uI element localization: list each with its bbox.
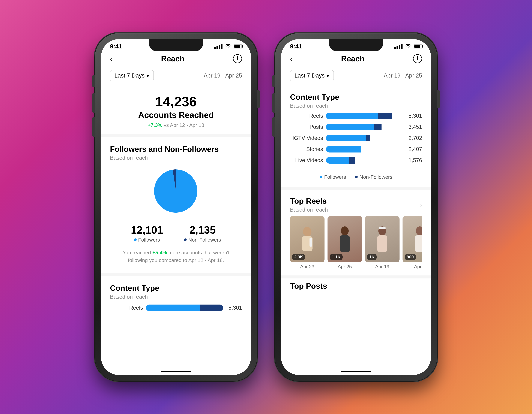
followers-section-title: Followers and Non-Followers: [110, 145, 242, 154]
phone2-screen: 9:41 ‹ Reach i: [281, 39, 431, 375]
bar-label-stories: Stories: [290, 146, 323, 152]
content-type-title-2: Content Type: [290, 92, 422, 101]
bar-nonfollowers-reels-2: [378, 113, 392, 119]
bar-value-live: 1,576: [408, 157, 422, 164]
bar-value-reels-2: 5,301: [408, 113, 422, 119]
reach-note-positive: +5.4%: [152, 250, 167, 255]
bar-followers-reels: [146, 304, 200, 311]
top-posts-label: Top Posts: [281, 278, 431, 292]
reel-badge-2: 1K: [367, 254, 377, 260]
change-suffix: vs Apr 12 - Apr 18: [164, 122, 204, 128]
bar-nonfollowers-posts: [374, 124, 381, 130]
pie-chart-container: [110, 161, 242, 221]
back-button[interactable]: ‹: [110, 54, 113, 63]
bar-row-reels-2: Reels 5,301: [290, 113, 422, 119]
mute-button: [92, 75, 95, 87]
volume-down-button-2: [272, 117, 275, 137]
date-range-2: Apr 19 - Apr 25: [384, 73, 422, 79]
reel-thumbnail-person-2: [372, 223, 392, 256]
reel-date-2: Apr 19: [365, 264, 399, 269]
reel-item-1: 1.1K Apr 25: [328, 216, 362, 269]
reel-badge-3: 900: [405, 254, 416, 260]
bar-row-igtv: IGTV Videos 2,702: [290, 135, 422, 141]
svg-rect-4: [340, 235, 350, 252]
svg-rect-9: [415, 235, 422, 252]
wifi-icon: [225, 44, 231, 49]
content-type-subtitle: Based on reach: [110, 294, 242, 300]
reel-date-3: Apr 2: [402, 264, 422, 269]
reel-item-0: 2.3K Apr 23: [290, 216, 324, 269]
home-indicator: [161, 371, 191, 372]
reel-thumbnail-person-1: [335, 223, 354, 256]
chart-legend: Followers Non-Followers: [290, 171, 422, 184]
signal-icon: [214, 44, 222, 49]
info-button-2[interactable]: i: [413, 54, 422, 63]
content-type-section: Content Type Based on reach Reels 5,301: [101, 276, 251, 323]
content-type-title: Content Type: [110, 284, 242, 293]
dropdown-icon-2: ▾: [326, 73, 329, 79]
status-time-2: 9:41: [290, 43, 302, 50]
bar-followers-reels-2: [326, 113, 378, 119]
bar-chart: Reels 5,301: [110, 300, 242, 319]
mute-button-2: [272, 75, 275, 87]
bar-value-igtv: 2,702: [408, 135, 422, 141]
notch: [149, 39, 203, 51]
accounts-reached-number: 14,236: [107, 94, 245, 110]
back-button-2[interactable]: ‹: [290, 54, 293, 63]
date-selector-label: Last 7 Days: [114, 73, 145, 79]
legend-followers-label: Followers: [324, 174, 346, 180]
reach-note-prefix: You reached: [123, 250, 152, 255]
date-selector[interactable]: Last 7 Days ▾: [110, 70, 154, 82]
bar-label-posts: Posts: [290, 124, 323, 130]
status-icons: [214, 44, 242, 49]
reel-date-1: Apr 25: [328, 264, 362, 269]
phone2: 9:41 ‹ Reach i: [275, 33, 437, 381]
svg-rect-7: [379, 227, 386, 229]
svg-rect-6: [377, 235, 387, 252]
reel-badge-1: 1.1K: [330, 254, 343, 260]
date-selector-2[interactable]: Last 7 Days ▾: [290, 70, 334, 82]
section-divider-2: [101, 273, 251, 276]
chevron-right-icon[interactable]: ›: [420, 201, 422, 208]
bar-followers-stories: [326, 146, 361, 153]
bar-label-reels: Reels: [110, 305, 143, 311]
followers-section: Followers and Non-Followers Based on rea…: [101, 137, 251, 273]
status-icons-2: [394, 44, 422, 49]
status-time: 9:41: [110, 43, 122, 50]
reel-item-3: 900 Apr 2: [402, 216, 422, 269]
reel-thumbnail-person-0: [297, 223, 317, 256]
top-reels-title: Top Reels: [290, 196, 328, 205]
volume-up-button: [92, 93, 95, 113]
volume-up-button-2: [272, 93, 275, 113]
signal-icon-2: [394, 44, 402, 49]
reels-grid: 2.3K Apr 23 1.1K Apr 25: [290, 213, 422, 272]
content-type-section-2: Content Type Based on reach Reels 5,301: [281, 85, 431, 187]
page-title-2: Reach: [341, 54, 364, 63]
bar-label-reels-2: Reels: [290, 113, 323, 119]
bar-row-live: Live Videos 1,576: [290, 157, 422, 164]
phone1-screen: 9:41 ‹ Reach i: [101, 39, 251, 375]
bar-chart-2: Reels 5,301 Posts: [290, 109, 422, 171]
date-range: Apr 19 - Apr 25: [204, 73, 242, 79]
main-stat: 14,236 Accounts Reached +7.3% vs Apr 12 …: [101, 85, 251, 134]
bar-row-posts: Posts 3,451: [290, 124, 422, 130]
info-button[interactable]: i: [233, 54, 242, 63]
nonfollowers-label-text: Non-Followers: [188, 237, 221, 243]
bar-nonfollowers-reels: [200, 304, 223, 311]
top-reels-subtitle: Based on reach: [290, 207, 328, 213]
nonfollowers-dot: [184, 239, 187, 241]
bar-row-stories: Stories 2,407: [290, 146, 422, 153]
followers-dot: [134, 239, 137, 241]
date-selector-label-2: Last 7 Days: [294, 73, 325, 79]
followers-label: Followers: [131, 237, 163, 243]
legend-nonfollowers-dot: [355, 175, 358, 178]
svg-point-3: [341, 226, 349, 235]
bar-nonfollowers-igtv: [366, 135, 370, 141]
section-divider: [101, 134, 251, 137]
bar-value-reels: 5,301: [228, 305, 242, 311]
followers-stat: 12,101 Followers: [131, 224, 163, 243]
followers-label-text: Followers: [138, 237, 160, 243]
bar-followers-posts: [326, 124, 374, 130]
accounts-reached-label: Accounts Reached: [107, 110, 245, 120]
reel-item-2: 1K Apr 19: [365, 216, 399, 269]
